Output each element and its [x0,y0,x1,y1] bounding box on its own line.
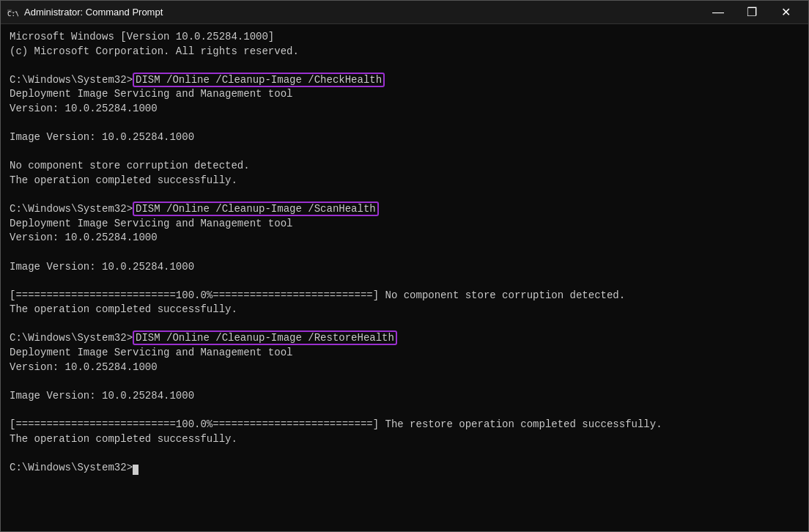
terminal-line [10,145,799,160]
output-line: Microsoft Windows [Version 10.0.25284.10… [10,30,799,45]
output-line: Image Version: 10.0.25284.1000 [10,130,799,145]
cmd-window: C:\ Administrator: Command Prompt — ❐ ✕ … [0,0,809,532]
prompt: C:\Windows\System32> [10,462,133,473]
output-line: No component store corruption detected. [10,159,799,174]
highlighted-command: DISM /Online /Cleanup-Image /RestoreHeal… [133,330,397,345]
terminal-line: C:\Windows\System32>DISM /Online /Cleanu… [10,73,799,88]
cmd-icon: C:\ [7,7,18,18]
output-line: Image Version: 10.0.25284.1000 [10,260,799,275]
output-line: The operation completed successfully. [10,174,799,188]
prompt: C:\Windows\System32> [10,203,133,215]
terminal-line [10,245,799,260]
output-line: Version: 10.0.25284.1000 [10,231,799,245]
output-line: The operation completed successfully. [10,303,799,317]
terminal-body[interactable]: Microsoft Windows [Version 10.0.25284.10… [1,24,808,531]
svg-text:C:\: C:\ [7,10,18,18]
terminal-line [10,117,799,131]
terminal-line [10,274,799,289]
output-line: (c) Microsoft Corporation. All rights re… [10,45,799,59]
window: C:\ Administrator: Command Prompt — ❐ ✕ … [0,0,809,532]
title-bar: C:\ Administrator: Command Prompt — ❐ ✕ [1,1,808,24]
output-line: [==========================100.0%=======… [10,289,799,303]
close-button[interactable]: ✕ [769,1,802,24]
maximize-button[interactable]: ❐ [735,1,769,24]
prompt: C:\Windows\System32> [10,74,133,86]
terminal-line: C:\Windows\System32>DISM /Online /Cleanu… [10,331,799,346]
output-line: Deployment Image Servicing and Managemen… [10,217,799,232]
terminal-line [10,317,799,332]
terminal-line [10,59,799,73]
terminal-line [10,446,799,461]
output-line: Image Version: 10.0.25284.1000 [10,389,799,404]
output-line: Version: 10.0.25284.1000 [10,361,799,375]
output-line: Deployment Image Servicing and Managemen… [10,346,799,361]
highlighted-command: DISM /Online /Cleanup-Image /CheckHealth [133,73,385,87]
window-title: Administrator: Command Prompt [24,7,701,18]
highlighted-command: DISM /Online /Cleanup-Image /ScanHealth [133,202,379,216]
terminal-line: C:\Windows\System32>DISM /Online /Cleanu… [10,202,799,217]
terminal-line [10,188,799,203]
output-line: The operation completed successfully. [10,432,799,447]
terminal-line [10,403,799,418]
terminal-line [10,374,799,389]
minimize-button[interactable]: — [701,1,735,24]
output-line: [==========================100.0%=======… [10,418,799,432]
window-controls: — ❐ ✕ [701,1,802,24]
terminal-cursor [133,465,138,475]
output-line: Version: 10.0.25284.1000 [10,102,799,117]
prompt: C:\Windows\System32> [10,332,133,344]
terminal-line: C:\Windows\System32> [10,461,799,476]
output-line: Deployment Image Servicing and Managemen… [10,87,799,102]
